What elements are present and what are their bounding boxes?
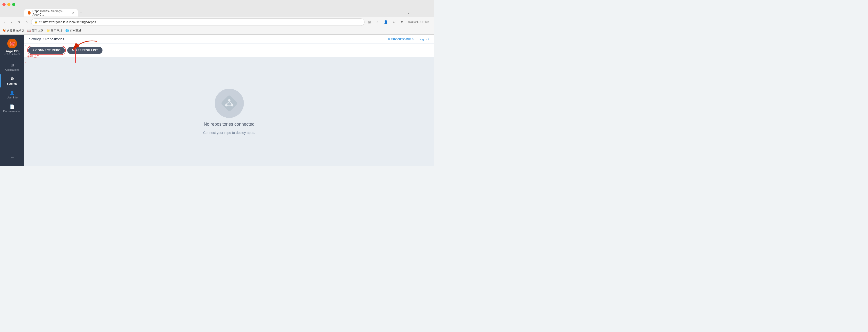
tab-close-icon[interactable]: ✕	[72, 11, 74, 14]
connect-repo-label: + CONNECT REPO	[33, 49, 60, 52]
account-button[interactable]: 👤	[382, 19, 390, 25]
tab-bar: Repositories / Settings - Argo C... ✕ + …	[0, 9, 434, 17]
sidebar-nav: ⊞ Applications ⚙ Settings 👤 User Info 📄 …	[0, 60, 24, 115]
history-back-button[interactable]: ↩	[391, 19, 398, 25]
nav-bar: ‹ › ↻ ⌂ 🔒 🛡 https://argocd.k8s.local/set…	[0, 17, 434, 27]
share-button[interactable]: ⬆	[399, 19, 405, 25]
sidebar-item-user-info[interactable]: 👤 User Info	[0, 88, 24, 101]
url-text: https://argocd.k8s.local/settings/repos	[43, 20, 361, 24]
reload-nav-button[interactable]: ↻	[15, 19, 22, 25]
close-button[interactable]	[2, 3, 6, 6]
connect-repo-button[interactable]: + CONNECT REPO	[28, 47, 65, 54]
header-right: REPOSITORIES Log out	[388, 37, 429, 41]
empty-state-subtitle: Connect your repo to deploy apps.	[203, 131, 255, 134]
forward-nav-button[interactable]: ›	[9, 19, 14, 25]
empty-state-title: No repositories connected	[204, 122, 254, 127]
breadcrumb: Settings / Repositories	[29, 37, 64, 41]
bookmark-button[interactable]: ☆	[374, 19, 381, 25]
home-nav-button[interactable]: ⌂	[24, 19, 29, 25]
lock-icon: 🔒	[34, 21, 38, 24]
sidebar-item-user-info-label: User Info	[7, 96, 18, 99]
main-content: Settings / Repositories REPOSITORIES Log…	[24, 35, 434, 166]
documentation-icon: 📄	[10, 104, 14, 109]
window-controls	[2, 3, 15, 6]
sidebar-logo: 🐙 Argo CD v2.5.3+0c7de21	[2, 39, 22, 55]
tab-title: Repositories / Settings - Argo C...	[33, 9, 69, 16]
nav-right-buttons: ⊞ ☆ 👤 ↩ ⬆ 移动设备上的书签	[366, 19, 432, 25]
app-version: v2.5.3+0c7de21	[4, 53, 20, 55]
bookmark-jd[interactable]: 🌐 京东商城	[65, 29, 81, 33]
toolbar: + CONNECT REPO ↻ REFRESH LIST 添加仓库	[24, 44, 434, 57]
active-indicator	[0, 74, 1, 88]
empty-state: No repositories connected Connect your r…	[24, 57, 434, 166]
refresh-list-button[interactable]: ↻ REFRESH LIST	[67, 47, 102, 54]
title-bar	[0, 0, 434, 9]
window-controls-right: ⌄	[407, 11, 410, 14]
sidebar: 🐙 Argo CD v2.5.3+0c7de21 ⊞ Applications …	[0, 35, 24, 166]
bookmark-common[interactable]: 📁 常用网址	[46, 29, 62, 33]
bookmarks-bar: 🦊 火狐官方站点 📖 新手上路 📁 常用网址 🌐 京东商城	[0, 27, 434, 34]
app-container: 🐙 Argo CD v2.5.3+0c7de21 ⊞ Applications …	[0, 35, 434, 166]
back-nav-button[interactable]: ‹	[2, 19, 7, 25]
sidebar-item-applications-label: Applications	[5, 68, 19, 71]
svg-rect-1	[220, 95, 238, 112]
settings-icon: ⚙	[10, 77, 14, 81]
app-name: Argo CD	[6, 49, 19, 53]
page-header: Settings / Repositories REPOSITORIES Log…	[24, 35, 434, 44]
sidebar-item-documentation[interactable]: 📄 Documentation	[0, 102, 24, 115]
logout-link[interactable]: Log out	[419, 37, 429, 41]
sidebar-item-settings[interactable]: ⚙ Settings	[0, 74, 24, 88]
sidebar-item-applications[interactable]: ⊞ Applications	[0, 60, 24, 73]
breadcrumb-current: Repositories	[45, 37, 64, 41]
applications-icon: ⊞	[11, 63, 14, 67]
bookmark-newbie[interactable]: 📖 新手上路	[27, 29, 43, 33]
git-icon	[220, 94, 239, 113]
security-icon: 🛡	[39, 21, 42, 24]
extensions-button[interactable]: ⊞	[366, 19, 373, 25]
maximize-button[interactable]	[12, 3, 15, 6]
sidebar-back-button[interactable]: ←	[10, 154, 14, 160]
sidebar-item-settings-label: Settings	[7, 82, 17, 85]
page-title: REPOSITORIES	[388, 37, 414, 41]
bookmark-firefox[interactable]: 🦊 火狐官方站点	[2, 29, 24, 33]
logo-image: 🐙	[7, 39, 17, 48]
tab-favicon	[28, 11, 31, 14]
address-bar[interactable]: 🔒 🛡 https://argocd.k8s.local/settings/re…	[31, 19, 365, 26]
svg-point-2	[228, 99, 230, 101]
minimize-button[interactable]	[7, 3, 10, 6]
browser-chrome: Repositories / Settings - Argo C... ✕ + …	[0, 0, 434, 35]
sidebar-item-documentation-label: Documentation	[3, 110, 21, 113]
refresh-list-label: ↻ REFRESH LIST	[72, 49, 98, 52]
git-icon-circle	[215, 89, 244, 118]
browser-tab[interactable]: Repositories / Settings - Argo C... ✕	[24, 9, 78, 17]
sidebar-bottom: ←	[7, 152, 17, 162]
content-area: + CONNECT REPO ↻ REFRESH LIST 添加仓库	[24, 44, 434, 166]
new-tab-button[interactable]: +	[80, 10, 82, 16]
breadcrumb-separator: /	[43, 37, 44, 41]
user-info-icon: 👤	[10, 90, 14, 95]
mobile-bookmark-button[interactable]: 移动设备上的书签	[406, 19, 432, 25]
breadcrumb-settings-link[interactable]: Settings	[29, 37, 41, 41]
